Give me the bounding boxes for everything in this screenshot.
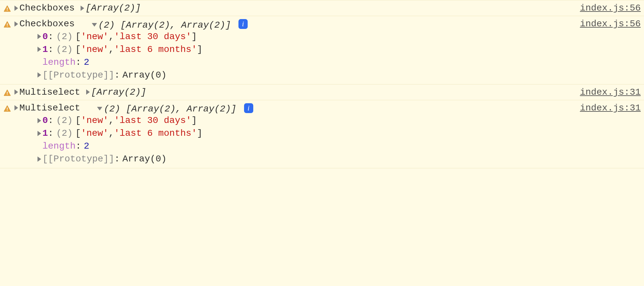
triangle-right-icon xyxy=(14,89,18,95)
property-key: 0 xyxy=(42,32,48,42)
object-expander[interactable]: Multiselect xyxy=(14,87,80,97)
svg-rect-7 xyxy=(7,110,8,110)
console-log-row: Multiselect (2) [Array(2), Array(2)] i 0… xyxy=(0,100,644,169)
svg-rect-5 xyxy=(7,94,8,95)
warning-icon xyxy=(3,21,11,29)
log-label: Checkboxes xyxy=(19,3,75,13)
preview-count: (2) xyxy=(56,32,73,42)
info-icon[interactable]: i xyxy=(244,103,253,113)
svg-rect-3 xyxy=(7,26,8,27)
info-icon[interactable]: i xyxy=(238,19,248,29)
object-preview: [Array(2)] xyxy=(91,87,146,97)
triangle-right-icon xyxy=(37,131,41,136)
source-location-link[interactable]: index.js:31 xyxy=(573,87,641,97)
triangle-right-icon xyxy=(14,21,18,27)
array-index-row[interactable]: 1: (2) ['new', 'last 6 months'] xyxy=(37,127,573,140)
console-log-row: Multiselect [Array(2)] index.js:31 xyxy=(0,84,644,100)
log-label: Multiselect xyxy=(19,103,80,113)
log-label: Multiselect xyxy=(19,87,80,97)
property-key: length xyxy=(42,141,76,151)
triangle-right-icon xyxy=(14,105,18,110)
svg-rect-2 xyxy=(7,23,8,25)
array-index-row[interactable]: 0: (2) ['new', 'last 30 days'] xyxy=(37,30,573,43)
warning-icon xyxy=(3,5,11,13)
preview-count: (2) xyxy=(56,115,73,126)
source-location-link[interactable]: index.js:31 xyxy=(573,103,641,113)
triangle-right-icon xyxy=(81,6,84,11)
property-value: 2 xyxy=(84,57,89,67)
prototype-row[interactable]: [[Prototype]]: Array(0) xyxy=(37,153,573,165)
expanded-properties: 0: (2) ['new', 'last 30 days'] 1: (2) ['… xyxy=(14,30,573,82)
property-key: length xyxy=(42,57,76,67)
triangle-down-icon xyxy=(92,23,97,27)
triangle-right-icon xyxy=(37,72,41,78)
object-expander[interactable]: Checkboxes xyxy=(14,19,75,29)
expanded-properties: 0: (2) ['new', 'last 30 days'] 1: (2) ['… xyxy=(14,114,573,165)
preview-count: (2) xyxy=(56,44,73,55)
property-key: [[Prototype]] xyxy=(42,70,114,80)
object-preview: (2) [Array(2), Array(2)] xyxy=(98,20,231,30)
array-index-row[interactable]: 1: (2) ['new', 'last 6 months'] xyxy=(37,43,573,56)
object-expander[interactable]: [Array(2)] xyxy=(86,87,146,97)
property-key: 1 xyxy=(42,44,48,55)
console-log-row: Checkboxes (2) [Array(2), Array(2)] i 0:… xyxy=(0,16,644,84)
triangle-right-icon xyxy=(37,47,41,52)
property-key: 1 xyxy=(42,128,48,138)
svg-rect-4 xyxy=(7,92,8,94)
triangle-right-icon xyxy=(37,34,41,39)
object-expander[interactable]: (2) [Array(2), Array(2)] xyxy=(97,104,236,114)
triangle-right-icon xyxy=(37,118,41,123)
source-location-link[interactable]: index.js:56 xyxy=(573,3,641,13)
warning-icon xyxy=(3,105,11,113)
triangle-down-icon xyxy=(97,107,102,110)
object-expander[interactable]: [Array(2)] xyxy=(81,3,141,13)
property-value: Array(0) xyxy=(122,70,166,80)
array-index-row[interactable]: 0: (2) ['new', 'last 30 days'] xyxy=(37,114,573,127)
property-value: Array(0) xyxy=(122,154,166,164)
object-preview: [Array(2)] xyxy=(86,3,141,13)
svg-rect-0 xyxy=(7,8,8,10)
length-row[interactable]: length: 2 xyxy=(37,56,573,69)
property-key: 0 xyxy=(42,115,48,126)
log-label: Checkboxes xyxy=(19,19,75,29)
triangle-right-icon xyxy=(14,6,18,11)
source-location-link[interactable]: index.js:56 xyxy=(573,19,641,29)
preview-count: (2) xyxy=(56,128,73,138)
object-expander[interactable]: (2) [Array(2), Array(2)] xyxy=(92,20,231,30)
object-expander[interactable]: Multiselect xyxy=(14,103,80,113)
property-value: 2 xyxy=(84,141,89,151)
triangle-right-icon xyxy=(37,156,41,162)
property-key: [[Prototype]] xyxy=(42,154,114,164)
console-log-row: Checkboxes [Array(2)] index.js:56 xyxy=(0,0,644,16)
prototype-row[interactable]: [[Prototype]]: Array(0) xyxy=(37,69,573,82)
object-preview: (2) [Array(2), Array(2)] xyxy=(104,104,236,114)
object-expander[interactable]: Checkboxes xyxy=(14,3,75,13)
length-row[interactable]: length: 2 xyxy=(37,140,573,153)
svg-rect-1 xyxy=(7,10,8,11)
svg-rect-6 xyxy=(7,107,8,109)
warning-icon xyxy=(3,89,11,97)
triangle-right-icon xyxy=(86,89,90,95)
